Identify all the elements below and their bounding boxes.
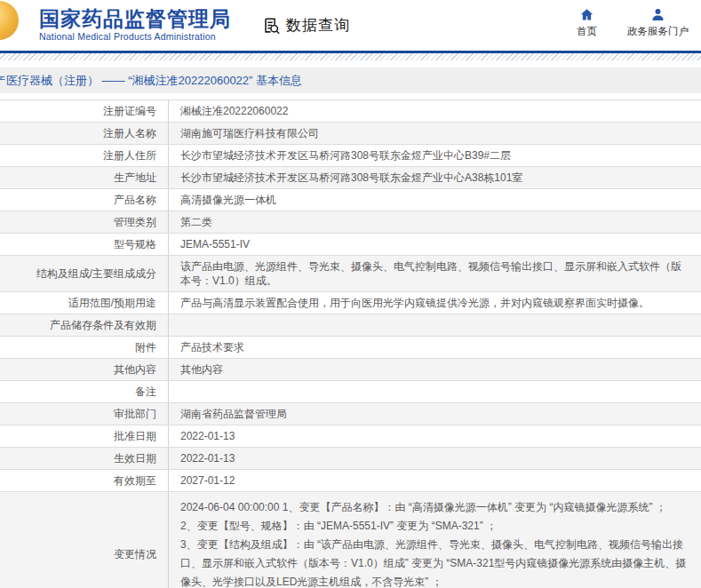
row-value: 产品与高清显示装置配合使用，用于向医用光学内窥镜提供冷光源，并对内窥镜观察界面实…: [169, 292, 701, 314]
row-value: 湖南省药品监督管理局: [169, 403, 701, 425]
row-value: 2022-01-13: [169, 425, 701, 447]
nav-item-portal[interactable]: 政务服务门户: [627, 7, 689, 38]
breadcrumb-partial-char: 产: [0, 73, 6, 89]
row-label: 变更情况: [0, 492, 169, 588]
brand: 国家药品监督管理局 National Medical Products Admi…: [39, 8, 231, 43]
row-label: 其他内容: [0, 359, 169, 380]
site-header: 国家药品监督管理局 National Medical Products Admi…: [0, 0, 701, 51]
row-value: 2027-01-12: [169, 470, 701, 491]
home-icon: [579, 7, 594, 22]
row-label: 结构及组成/主要组成成分: [0, 256, 169, 291]
row-label: 有效期至: [0, 470, 169, 491]
row-label: 注册人名称: [0, 123, 169, 144]
nmpa-logo-icon: [0, 1, 19, 40]
row-label: 管理类别: [0, 211, 169, 233]
row-value: [169, 381, 701, 402]
row-value: 其他内容: [169, 359, 701, 380]
row-value: 产品技术要求: [169, 337, 701, 358]
row-label: 审批部门: [0, 403, 169, 425]
data-query-section[interactable]: 数据查询: [261, 15, 350, 36]
row-label: 附件: [0, 337, 169, 358]
table-row: 结构及组成/主要组成成分该产品由电源、光源组件、导光束、摄像头、电气控制电路、视…: [0, 256, 701, 292]
nav-item-home[interactable]: 首页: [577, 7, 597, 38]
table-row: 备注: [0, 381, 701, 403]
data-query-label: 数据查询: [286, 15, 350, 36]
row-value: 2024-06-04 00:00:00 1、变更【产品名称】：由 “高清摄像光源…: [169, 492, 701, 588]
row-label: 型号规格: [0, 234, 169, 255]
row-value: 长沙市望城经济技术开发区马桥河路308号联东金煜产业中心B39#二层: [169, 145, 701, 166]
row-label: 注册人住所: [0, 145, 169, 166]
table-row: 注册人住所长沙市望城经济技术开发区马桥河路308号联东金煜产业中心B39#二层: [0, 145, 701, 167]
row-value: [169, 314, 701, 336]
change-record-line: 2024-06-04 00:00:00 1、变更【产品名称】：由 “高清摄像光源…: [180, 498, 689, 517]
row-value: 湘械注准20222060022: [169, 100, 701, 122]
user-icon: [650, 7, 665, 22]
table-row: 审批部门湖南省药品监督管理局: [0, 403, 701, 425]
table-row: 有效期至2027-01-12: [0, 470, 701, 492]
row-label: 产品名称: [0, 189, 169, 211]
table-row: 适用范围/预期用途产品与高清显示装置配合使用，用于向医用光学内窥镜提供冷光源，并…: [0, 292, 701, 314]
row-label: 生产地址: [0, 167, 169, 188]
table-row: 注册人名称湖南施可瑞医疗科技有限公司: [0, 123, 701, 145]
row-value: JEMA-5551-IV: [169, 234, 701, 255]
row-label: 产品储存条件及有效期: [0, 314, 169, 336]
brand-title: 国家药品监督管理局: [39, 8, 231, 30]
breadcrumb: 产医疗器械（注册） —— “湘械注准20222060022” 基本信息: [0, 68, 701, 93]
change-record-line: 2、变更【型号、规格】：由 “JEMA-5551-IV” 变更为 “SMA-32…: [180, 517, 689, 536]
info-table: 注册证编号湘械注准20222060022注册人名称湖南施可瑞医疗科技有限公司注册…: [0, 99, 701, 588]
table-row: 生效日期2022-01-13: [0, 448, 701, 470]
row-label: 适用范围/预期用途: [0, 292, 169, 314]
row-value: 2022-01-13: [169, 448, 701, 469]
spacer: [0, 93, 701, 99]
row-value: 第二类: [169, 211, 701, 233]
document-search-icon: [261, 16, 281, 36]
hatch-band: [0, 53, 701, 60]
table-row: 生产地址长沙市望城经济技术开发区马桥河路308号联东金煜产业中心A38栋101室: [0, 167, 701, 189]
table-row: 管理类别第二类: [0, 211, 701, 234]
table-row: 变更情况2024-06-04 00:00:00 1、变更【产品名称】：由 “高清…: [0, 492, 701, 588]
table-row: 产品名称高清摄像光源一体机: [0, 189, 701, 211]
row-value: 该产品由电源、光源组件、导光束、摄像头、电气控制电路、视频信号输出接口、显示屏和…: [169, 256, 701, 291]
change-record-line: 3、变更【结构及组成】：由 “该产品由电源、光源组件、导光束、摄像头、电气控制电…: [180, 536, 689, 588]
nav-item-label: 政务服务门户: [627, 25, 689, 38]
row-label: 批准日期: [0, 425, 169, 447]
nav-item-label: 首页: [577, 25, 597, 38]
row-label: 生效日期: [0, 448, 169, 469]
table-row: 批准日期2022-01-13: [0, 425, 701, 448]
breadcrumb-text: 医疗器械（注册） —— “湘械注准20222060022” 基本信息: [6, 73, 302, 89]
row-label: 备注: [0, 381, 169, 402]
table-row: 产品储存条件及有效期: [0, 314, 701, 337]
table-row: 型号规格JEMA-5551-IV: [0, 234, 701, 256]
row-value: 长沙市望城经济技术开发区马桥河路308号联东金煜产业中心A38栋101室: [169, 167, 701, 188]
table-row: 注册证编号湘械注准20222060022: [0, 100, 701, 123]
row-label: 注册证编号: [0, 100, 169, 122]
table-row: 其他内容其他内容: [0, 359, 701, 381]
table-row: 附件产品技术要求: [0, 337, 701, 359]
row-value: 高清摄像光源一体机: [169, 189, 701, 211]
header-nav: 首页 政务服务门户: [577, 7, 689, 38]
brand-subtitle: National Medical Products Administration: [39, 32, 231, 43]
spacer: [0, 60, 701, 68]
row-value: 湖南施可瑞医疗科技有限公司: [169, 123, 701, 144]
